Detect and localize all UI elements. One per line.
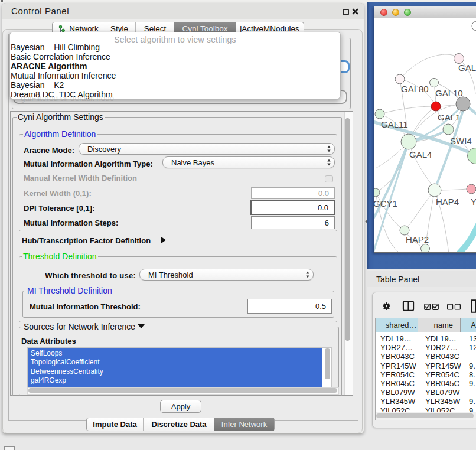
svg-text:GAL80: GAL80: [401, 84, 429, 94]
svg-text:GAL11: GAL11: [381, 119, 408, 129]
svg-text:GAL7: GAL7: [458, 63, 476, 73]
svg-text:GCY1: GCY1: [374, 198, 397, 208]
svg-text:GAL1: GAL1: [438, 112, 460, 122]
svg-text:HAP2: HAP2: [406, 234, 429, 244]
svg-text:HAP4: HAP4: [436, 197, 459, 207]
svg-text:GAL10: GAL10: [435, 88, 463, 98]
svg-text:Y: Y: [471, 197, 476, 207]
svg-text:SWI4: SWI4: [450, 136, 472, 146]
svg-text:GAL4: GAL4: [409, 149, 432, 159]
